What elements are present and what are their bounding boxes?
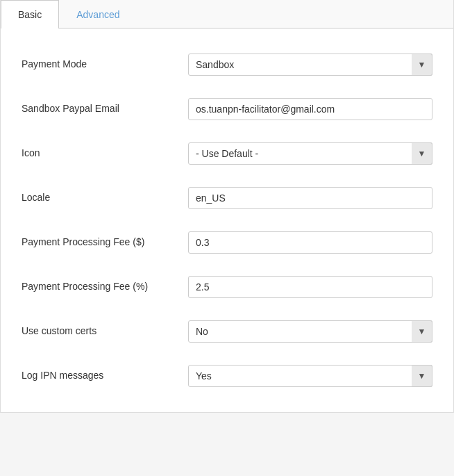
tab-advanced-label: Advanced bbox=[76, 9, 119, 20]
label-log-ipn: Log IPN messages bbox=[22, 369, 188, 383]
control-locale bbox=[188, 187, 432, 209]
input-fee-percent[interactable] bbox=[188, 276, 432, 298]
form-body: Payment Mode Sandbox Live ▼ Sandbox Payp… bbox=[1, 28, 453, 412]
label-locale: Locale bbox=[22, 191, 188, 205]
control-icon: - Use Default - ▼ bbox=[188, 142, 432, 165]
input-fee-dollar[interactable] bbox=[188, 231, 432, 254]
control-custom-certs: No Yes ▼ bbox=[188, 320, 432, 343]
control-payment-mode: Sandbox Live ▼ bbox=[188, 54, 432, 76]
label-custom-certs: Use custom certs bbox=[22, 325, 188, 338]
control-log-ipn: Yes No ▼ bbox=[188, 365, 432, 387]
label-payment-mode: Payment Mode bbox=[22, 58, 188, 72]
row-icon: Icon - Use Default - ▼ bbox=[22, 131, 432, 176]
select-icon[interactable]: - Use Default - bbox=[188, 142, 432, 165]
select-wrapper-payment-mode: Sandbox Live ▼ bbox=[188, 54, 432, 76]
select-wrapper-custom-certs: No Yes ▼ bbox=[188, 320, 432, 343]
row-fee-dollar: Payment Processing Fee ($) bbox=[22, 220, 432, 265]
tab-advanced[interactable]: Advanced bbox=[59, 0, 137, 28]
row-fee-percent: Payment Processing Fee (%) bbox=[22, 265, 432, 309]
row-sandbox-paypal-email: Sandbox Paypal Email bbox=[22, 87, 432, 131]
row-locale: Locale bbox=[22, 176, 432, 220]
settings-container: Basic Advanced Payment Mode Sandbox Live… bbox=[0, 0, 454, 413]
tab-basic[interactable]: Basic bbox=[1, 0, 59, 28]
select-wrapper-log-ipn: Yes No ▼ bbox=[188, 365, 432, 387]
label-fee-percent: Payment Processing Fee (%) bbox=[22, 280, 188, 294]
row-custom-certs: Use custom certs No Yes ▼ bbox=[22, 309, 432, 354]
tab-bar: Basic Advanced bbox=[1, 0, 453, 28]
control-sandbox-paypal-email bbox=[188, 98, 432, 120]
control-fee-percent bbox=[188, 276, 432, 298]
row-log-ipn: Log IPN messages Yes No ▼ bbox=[22, 354, 432, 398]
label-icon: Icon bbox=[22, 147, 188, 161]
input-sandbox-paypal-email[interactable] bbox=[188, 98, 432, 120]
select-custom-certs[interactable]: No Yes bbox=[188, 320, 432, 343]
control-fee-dollar bbox=[188, 231, 432, 254]
select-log-ipn[interactable]: Yes No bbox=[188, 365, 432, 387]
select-payment-mode[interactable]: Sandbox Live bbox=[188, 54, 432, 76]
label-sandbox-paypal-email: Sandbox Paypal Email bbox=[22, 102, 188, 116]
row-payment-mode: Payment Mode Sandbox Live ▼ bbox=[22, 42, 432, 87]
label-fee-dollar: Payment Processing Fee ($) bbox=[22, 236, 188, 249]
input-locale[interactable] bbox=[188, 187, 432, 209]
select-wrapper-icon: - Use Default - ▼ bbox=[188, 142, 432, 165]
tab-basic-label: Basic bbox=[18, 9, 42, 20]
